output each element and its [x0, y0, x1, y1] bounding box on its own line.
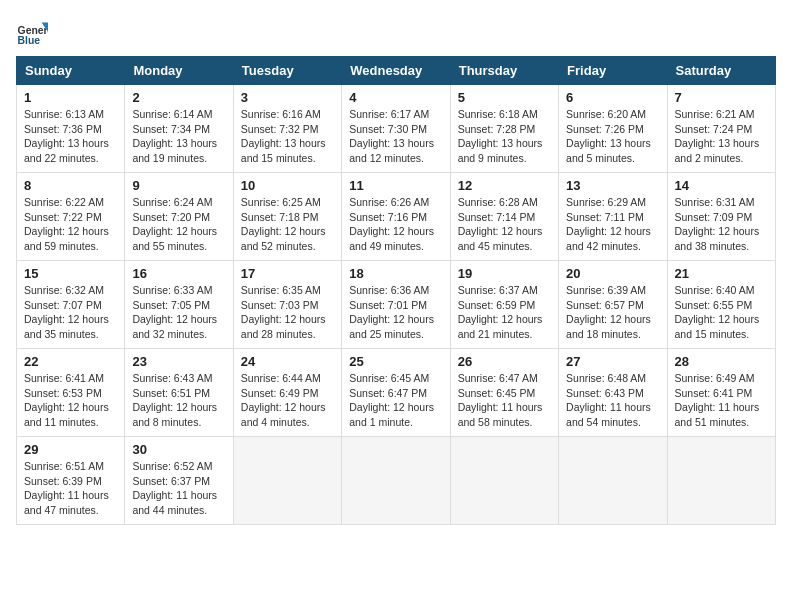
day-info: Sunrise: 6:35 AM Sunset: 7:03 PM Dayligh… — [241, 283, 334, 342]
calendar-cell: 7Sunrise: 6:21 AM Sunset: 7:24 PM Daylig… — [667, 85, 775, 173]
calendar-row: 15Sunrise: 6:32 AM Sunset: 7:07 PM Dayli… — [17, 261, 776, 349]
calendar-row: 22Sunrise: 6:41 AM Sunset: 6:53 PM Dayli… — [17, 349, 776, 437]
calendar-cell — [233, 437, 341, 525]
day-number: 1 — [24, 90, 117, 105]
calendar-cell: 17Sunrise: 6:35 AM Sunset: 7:03 PM Dayli… — [233, 261, 341, 349]
calendar-cell: 23Sunrise: 6:43 AM Sunset: 6:51 PM Dayli… — [125, 349, 233, 437]
day-number: 5 — [458, 90, 551, 105]
day-info: Sunrise: 6:41 AM Sunset: 6:53 PM Dayligh… — [24, 371, 117, 430]
day-info: Sunrise: 6:17 AM Sunset: 7:30 PM Dayligh… — [349, 107, 442, 166]
calendar-cell: 19Sunrise: 6:37 AM Sunset: 6:59 PM Dayli… — [450, 261, 558, 349]
day-info: Sunrise: 6:43 AM Sunset: 6:51 PM Dayligh… — [132, 371, 225, 430]
logo-icon: General Blue — [16, 16, 48, 48]
calendar-cell: 28Sunrise: 6:49 AM Sunset: 6:41 PM Dayli… — [667, 349, 775, 437]
day-number: 24 — [241, 354, 334, 369]
calendar-cell: 12Sunrise: 6:28 AM Sunset: 7:14 PM Dayli… — [450, 173, 558, 261]
day-number: 30 — [132, 442, 225, 457]
day-number: 17 — [241, 266, 334, 281]
calendar-cell: 2Sunrise: 6:14 AM Sunset: 7:34 PM Daylig… — [125, 85, 233, 173]
day-info: Sunrise: 6:51 AM Sunset: 6:39 PM Dayligh… — [24, 459, 117, 518]
day-info: Sunrise: 6:25 AM Sunset: 7:18 PM Dayligh… — [241, 195, 334, 254]
calendar-cell — [450, 437, 558, 525]
day-info: Sunrise: 6:26 AM Sunset: 7:16 PM Dayligh… — [349, 195, 442, 254]
calendar-cell — [667, 437, 775, 525]
day-info: Sunrise: 6:32 AM Sunset: 7:07 PM Dayligh… — [24, 283, 117, 342]
day-number: 12 — [458, 178, 551, 193]
calendar-cell — [342, 437, 450, 525]
day-number: 29 — [24, 442, 117, 457]
day-number: 7 — [675, 90, 768, 105]
calendar-body: 1Sunrise: 6:13 AM Sunset: 7:36 PM Daylig… — [17, 85, 776, 525]
calendar-table: SundayMondayTuesdayWednesdayThursdayFrid… — [16, 56, 776, 525]
day-number: 26 — [458, 354, 551, 369]
day-info: Sunrise: 6:45 AM Sunset: 6:47 PM Dayligh… — [349, 371, 442, 430]
calendar-cell: 14Sunrise: 6:31 AM Sunset: 7:09 PM Dayli… — [667, 173, 775, 261]
calendar-cell: 10Sunrise: 6:25 AM Sunset: 7:18 PM Dayli… — [233, 173, 341, 261]
weekday-header-cell: Tuesday — [233, 57, 341, 85]
day-number: 11 — [349, 178, 442, 193]
day-number: 22 — [24, 354, 117, 369]
day-number: 18 — [349, 266, 442, 281]
calendar-cell: 25Sunrise: 6:45 AM Sunset: 6:47 PM Dayli… — [342, 349, 450, 437]
day-number: 23 — [132, 354, 225, 369]
weekday-header-cell: Sunday — [17, 57, 125, 85]
calendar-cell: 4Sunrise: 6:17 AM Sunset: 7:30 PM Daylig… — [342, 85, 450, 173]
day-info: Sunrise: 6:14 AM Sunset: 7:34 PM Dayligh… — [132, 107, 225, 166]
day-number: 13 — [566, 178, 659, 193]
calendar-row: 8Sunrise: 6:22 AM Sunset: 7:22 PM Daylig… — [17, 173, 776, 261]
day-info: Sunrise: 6:20 AM Sunset: 7:26 PM Dayligh… — [566, 107, 659, 166]
calendar-cell: 3Sunrise: 6:16 AM Sunset: 7:32 PM Daylig… — [233, 85, 341, 173]
day-number: 2 — [132, 90, 225, 105]
day-info: Sunrise: 6:36 AM Sunset: 7:01 PM Dayligh… — [349, 283, 442, 342]
day-number: 28 — [675, 354, 768, 369]
calendar-cell: 15Sunrise: 6:32 AM Sunset: 7:07 PM Dayli… — [17, 261, 125, 349]
day-number: 6 — [566, 90, 659, 105]
day-info: Sunrise: 6:37 AM Sunset: 6:59 PM Dayligh… — [458, 283, 551, 342]
weekday-header-cell: Wednesday — [342, 57, 450, 85]
day-number: 20 — [566, 266, 659, 281]
calendar-cell: 6Sunrise: 6:20 AM Sunset: 7:26 PM Daylig… — [559, 85, 667, 173]
day-info: Sunrise: 6:31 AM Sunset: 7:09 PM Dayligh… — [675, 195, 768, 254]
day-info: Sunrise: 6:13 AM Sunset: 7:36 PM Dayligh… — [24, 107, 117, 166]
day-number: 3 — [241, 90, 334, 105]
weekday-header-cell: Monday — [125, 57, 233, 85]
calendar-cell: 27Sunrise: 6:48 AM Sunset: 6:43 PM Dayli… — [559, 349, 667, 437]
calendar-cell: 1Sunrise: 6:13 AM Sunset: 7:36 PM Daylig… — [17, 85, 125, 173]
calendar-cell: 20Sunrise: 6:39 AM Sunset: 6:57 PM Dayli… — [559, 261, 667, 349]
calendar-cell: 8Sunrise: 6:22 AM Sunset: 7:22 PM Daylig… — [17, 173, 125, 261]
calendar-cell: 18Sunrise: 6:36 AM Sunset: 7:01 PM Dayli… — [342, 261, 450, 349]
day-number: 19 — [458, 266, 551, 281]
day-number: 16 — [132, 266, 225, 281]
day-info: Sunrise: 6:18 AM Sunset: 7:28 PM Dayligh… — [458, 107, 551, 166]
weekday-header-cell: Friday — [559, 57, 667, 85]
day-number: 14 — [675, 178, 768, 193]
weekday-header-row: SundayMondayTuesdayWednesdayThursdayFrid… — [17, 57, 776, 85]
day-info: Sunrise: 6:22 AM Sunset: 7:22 PM Dayligh… — [24, 195, 117, 254]
calendar-cell: 21Sunrise: 6:40 AM Sunset: 6:55 PM Dayli… — [667, 261, 775, 349]
day-number: 8 — [24, 178, 117, 193]
day-number: 10 — [241, 178, 334, 193]
day-info: Sunrise: 6:44 AM Sunset: 6:49 PM Dayligh… — [241, 371, 334, 430]
day-info: Sunrise: 6:47 AM Sunset: 6:45 PM Dayligh… — [458, 371, 551, 430]
calendar-cell: 24Sunrise: 6:44 AM Sunset: 6:49 PM Dayli… — [233, 349, 341, 437]
day-info: Sunrise: 6:21 AM Sunset: 7:24 PM Dayligh… — [675, 107, 768, 166]
day-info: Sunrise: 6:33 AM Sunset: 7:05 PM Dayligh… — [132, 283, 225, 342]
day-number: 27 — [566, 354, 659, 369]
day-info: Sunrise: 6:28 AM Sunset: 7:14 PM Dayligh… — [458, 195, 551, 254]
day-number: 9 — [132, 178, 225, 193]
calendar-cell: 29Sunrise: 6:51 AM Sunset: 6:39 PM Dayli… — [17, 437, 125, 525]
day-info: Sunrise: 6:24 AM Sunset: 7:20 PM Dayligh… — [132, 195, 225, 254]
day-info: Sunrise: 6:52 AM Sunset: 6:37 PM Dayligh… — [132, 459, 225, 518]
calendar-cell: 26Sunrise: 6:47 AM Sunset: 6:45 PM Dayli… — [450, 349, 558, 437]
day-info: Sunrise: 6:49 AM Sunset: 6:41 PM Dayligh… — [675, 371, 768, 430]
weekday-header-cell: Thursday — [450, 57, 558, 85]
day-number: 25 — [349, 354, 442, 369]
day-info: Sunrise: 6:39 AM Sunset: 6:57 PM Dayligh… — [566, 283, 659, 342]
svg-text:General: General — [18, 25, 48, 36]
day-number: 4 — [349, 90, 442, 105]
calendar-cell: 5Sunrise: 6:18 AM Sunset: 7:28 PM Daylig… — [450, 85, 558, 173]
day-info: Sunrise: 6:40 AM Sunset: 6:55 PM Dayligh… — [675, 283, 768, 342]
calendar-cell: 11Sunrise: 6:26 AM Sunset: 7:16 PM Dayli… — [342, 173, 450, 261]
calendar-row: 1Sunrise: 6:13 AM Sunset: 7:36 PM Daylig… — [17, 85, 776, 173]
day-info: Sunrise: 6:29 AM Sunset: 7:11 PM Dayligh… — [566, 195, 659, 254]
